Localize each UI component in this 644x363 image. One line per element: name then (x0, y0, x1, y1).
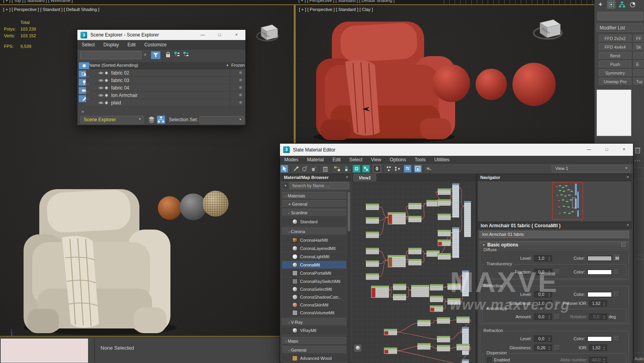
preview-window-icon[interactable] (414, 165, 422, 173)
move-children-icon[interactable] (333, 165, 341, 173)
divider (291, 165, 291, 172)
material-thumb-icon (292, 302, 298, 308)
divider (402, 165, 402, 172)
rollout-corner-icon[interactable] (621, 243, 626, 247)
abbe-number-label: Abbe number: (548, 358, 587, 362)
fresnel-ior-label: Fresnel IOR: (560, 301, 587, 306)
menu-tools[interactable]: Tools (410, 157, 430, 162)
slate-titlebar[interactable]: 3 Slate Material Editor (280, 144, 633, 156)
material-node-graph[interactable] (352, 181, 476, 363)
browser-item-coronaskinmtl[interactable]: CoronaSkinMtl (282, 301, 346, 308)
close-panel-icon[interactable]: × (627, 223, 629, 227)
browser-item-coronalightmtl[interactable]: CoronaLightMtl (282, 253, 346, 260)
render-map-icon[interactable]: ✳ (425, 165, 433, 173)
show-number-icon[interactable]: 0 (373, 165, 381, 173)
translucency-map-button[interactable] (614, 269, 619, 275)
browser-item-advanced-wood[interactable]: Advanced Wood (282, 354, 346, 362)
select-tool-icon[interactable] (280, 165, 288, 173)
translucency-group-label: Translucency (485, 261, 513, 266)
slate-editor-layer: 3 Slate Material Editor — □ × Modes Mate… (0, 0, 644, 363)
diffuse-map-button[interactable]: M (614, 255, 620, 261)
reflection-glossiness-spinner[interactable]: 1,0▲▼ (534, 300, 552, 306)
material-params-header[interactable]: Ion Armchair 01 fabric ( CoronaMtl ) × (478, 222, 631, 229)
browser-group-maps-general[interactable]: - General (282, 346, 346, 354)
amount-spinner[interactable]: 0,0▲▼ (534, 314, 552, 320)
view1-tab[interactable]: View1 (353, 174, 376, 181)
hide-unused-slots-icon[interactable] (342, 165, 350, 173)
amount-map-button[interactable] (554, 314, 560, 319)
material-parameter-editor-icon[interactable] (404, 165, 412, 173)
browser-group-vray[interactable]: - V-Ray (282, 318, 346, 326)
material-name-field[interactable]: Ion Armchair 01 fabric (479, 231, 629, 238)
browser-item-coronalayeredmtl[interactable]: CoronaLayeredMtl (282, 244, 346, 252)
diffuse-color-swatch[interactable] (587, 256, 612, 261)
browser-item-coronahairmtl[interactable]: CoronaHairMtl (282, 236, 346, 244)
maximize-button[interactable]: □ (604, 146, 610, 153)
browser-item-coronaselectmtl[interactable]: CoronaSelectMtl (282, 285, 346, 293)
close-panel-icon[interactable]: × (627, 175, 629, 179)
browser-group-materials[interactable]: - Materials (282, 192, 346, 199)
divider (423, 165, 424, 172)
menu-options[interactable]: Options (386, 157, 410, 162)
translucency-color-swatch[interactable] (587, 270, 612, 275)
browser-options-dropdown-icon[interactable]: ▼ (282, 182, 289, 189)
ior-spinner[interactable]: 1,52▲▼ (589, 345, 607, 351)
refraction-glossiness-spinner[interactable]: 0,26▲▼ (534, 345, 552, 351)
divider (331, 165, 331, 172)
layout-horizontal-icon[interactable] (393, 165, 401, 173)
browser-item-coronavolumemtl[interactable]: CoronaVolumeMtl (282, 309, 346, 316)
menu-select[interactable]: Select (345, 157, 366, 162)
menu-material[interactable]: Material (303, 157, 328, 162)
refraction-glossiness-label: Glossiness: (491, 345, 532, 350)
abbe-number-spinner-disabled: 40,0▲▼ (589, 357, 607, 363)
browser-group-maps[interactable]: - Maps (282, 337, 346, 345)
put-material-to-scene-icon[interactable] (301, 165, 309, 173)
browser-item-coronashadowcatchermtl[interactable]: CoronaShadowCatc.. (282, 293, 346, 301)
browser-group-scanline[interactable]: - Scanline (282, 209, 346, 216)
browser-item-coronaportalmtl[interactable]: CoronaPortalMtl (282, 269, 346, 277)
reflection-color-map-button[interactable] (614, 292, 619, 297)
material-thumb-icon (292, 270, 298, 276)
dispersion-enabled-checkbox[interactable] (487, 358, 492, 362)
navigator-minimap (478, 181, 631, 221)
menu-edit[interactable]: Edit (328, 157, 345, 162)
browser-item-vraymtl[interactable]: VRayMtl (282, 327, 346, 334)
menu-modes[interactable]: Modes (280, 157, 303, 162)
navigator-header[interactable]: Navigator × (478, 174, 631, 181)
fresnel-ior-spinner[interactable]: 1,52▲▼ (589, 300, 607, 306)
browser-scrollbar[interactable] (347, 191, 351, 363)
show-background-icon[interactable] (362, 165, 370, 173)
basic-options-rollout[interactable]: ▼ Basic options (479, 241, 629, 248)
canvas-material-preview-icon[interactable] (354, 345, 361, 352)
browser-header[interactable]: Material/Map Browser × (281, 174, 351, 181)
browser-item-coronarayswitchmtl[interactable]: CoronaRaySwitchMtl (282, 277, 346, 285)
minimize-button[interactable]: — (586, 146, 592, 153)
navigator-body[interactable] (478, 181, 631, 222)
pick-material-eyedropper-icon[interactable] (292, 165, 300, 173)
browser-search-input[interactable]: Search by Name ... (290, 182, 349, 189)
reflection-color-swatch[interactable] (587, 292, 612, 297)
refraction-color-map-button[interactable] (614, 336, 619, 341)
assign-material-icon[interactable] (309, 165, 317, 173)
divider (371, 165, 372, 172)
node-graph-canvas[interactable] (352, 181, 476, 363)
material-thumb-icon (292, 219, 298, 224)
browser-item-standard[interactable]: Standard (282, 218, 346, 225)
browser-group-corona[interactable]: - Corona (282, 228, 346, 235)
3dsmax-logo-icon: 3 (283, 146, 290, 153)
browser-group-general[interactable]: + General (282, 200, 346, 208)
show-shaded-material-icon[interactable] (353, 165, 360, 173)
delete-icon[interactable] (321, 165, 329, 173)
window-title: Slate Material Editor (293, 147, 335, 153)
view-selector-dropdown[interactable]: View 1 ▼ (552, 165, 630, 173)
menu-utilities[interactable]: Utilities (430, 157, 454, 162)
layout-vertical-icon[interactable] (385, 165, 393, 173)
menu-view[interactable]: View (367, 157, 386, 162)
close-button[interactable]: × (621, 146, 627, 153)
divider (319, 165, 319, 172)
refraction-color-swatch[interactable] (587, 336, 612, 341)
browser-item-coronamtl-selected[interactable]: CoronaMtl (282, 261, 346, 268)
close-panel-icon[interactable]: × (346, 175, 348, 179)
glossiness-map-button[interactable] (554, 301, 560, 306)
refraction-glossiness-map-button[interactable] (554, 345, 560, 350)
